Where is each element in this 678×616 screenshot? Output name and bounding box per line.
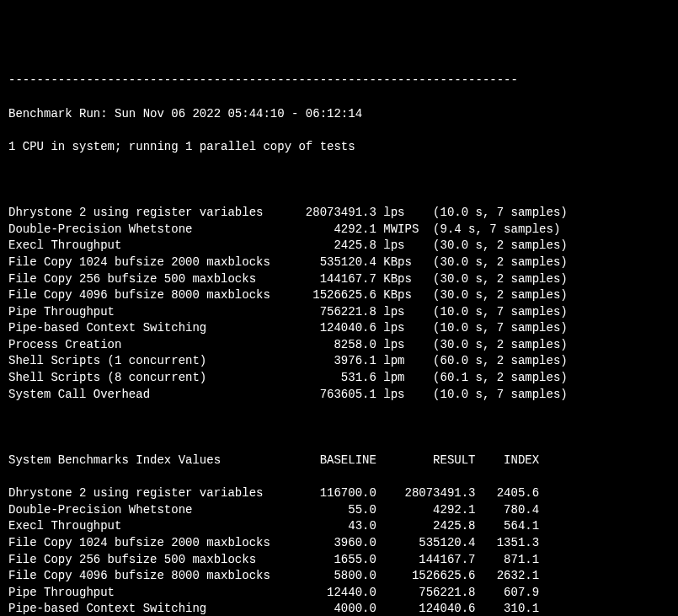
cpu-info: 1 CPU in system; running 1 parallel copy… <box>8 139 670 156</box>
benchmark-run-header: Benchmark Run: Sun Nov 06 2022 05:44:10 … <box>8 106 670 123</box>
blank <box>8 172 670 189</box>
results-block: Dhrystone 2 using register variables 280… <box>8 205 670 403</box>
result-row: File Copy 1024 bufsize 2000 maxblocks 53… <box>8 254 670 271</box>
result-row: System Call Overhead 763605.1 lps (10.0 … <box>8 387 670 404</box>
result-row: Pipe Throughput 756221.8 lps (10.0 s, 7 … <box>8 304 670 321</box>
divider-top: ----------------------------------------… <box>8 72 670 89</box>
index-block: Dhrystone 2 using register variables 116… <box>8 485 670 616</box>
index-header: System Benchmarks Index Values BASELINE … <box>8 453 670 469</box>
index-row: Execl Throughput 43.0 2425.8 564.1 <box>8 518 670 535</box>
index-row: Double-Precision Whetstone 55.0 4292.1 7… <box>8 502 670 519</box>
index-row: File Copy 256 bufsize 500 maxblocks 1655… <box>8 552 670 569</box>
result-row: Execl Throughput 2425.8 lps (30.0 s, 2 s… <box>8 238 670 254</box>
blank <box>8 420 670 437</box>
result-row: Pipe-based Context Switching 124040.6 lp… <box>8 320 670 337</box>
result-row: Dhrystone 2 using register variables 280… <box>8 205 670 222</box>
result-row: Shell Scripts (1 concurrent) 3976.1 lpm … <box>8 353 670 370</box>
index-row: Pipe Throughput 12440.0 756221.8 607.9 <box>8 585 670 602</box>
index-row: Dhrystone 2 using register variables 116… <box>8 485 670 502</box>
result-row: Process Creation 8258.0 lps (30.0 s, 2 s… <box>8 337 670 354</box>
result-row: File Copy 4096 bufsize 8000 maxblocks 15… <box>8 287 670 304</box>
result-row: Double-Precision Whetstone 4292.1 MWIPS … <box>8 222 670 238</box>
index-row: File Copy 4096 bufsize 8000 maxblocks 58… <box>8 568 670 585</box>
index-row: Pipe-based Context Switching 4000.0 1240… <box>8 601 670 616</box>
result-row: File Copy 256 bufsize 500 maxblocks 1441… <box>8 271 670 288</box>
index-row: File Copy 1024 bufsize 2000 maxblocks 39… <box>8 535 670 552</box>
result-row: Shell Scripts (8 concurrent) 531.6 lpm (… <box>8 370 670 387</box>
